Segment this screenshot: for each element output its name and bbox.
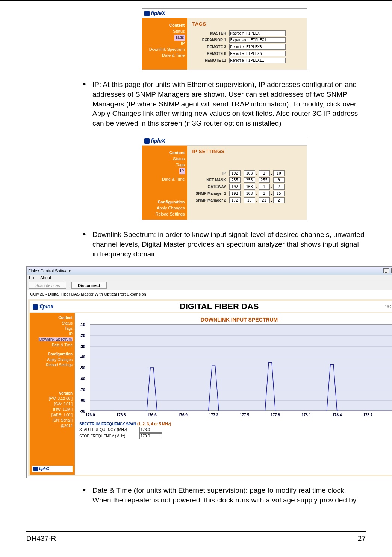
- ip-octet-input[interactable]: [273, 184, 285, 190]
- tags-row-label: REMOTE 3: [192, 45, 226, 49]
- menu-about[interactable]: About: [40, 275, 51, 280]
- sidebar-configuration[interactable]: Configuration: [144, 199, 185, 205]
- dot: .: [242, 198, 243, 202]
- tags-row-label: EXPANSOR 1: [192, 38, 226, 42]
- sidebar-content[interactable]: Content: [144, 150, 185, 156]
- window-minimize[interactable]: _: [383, 268, 389, 273]
- ip-octet-input[interactable]: [229, 170, 241, 176]
- ip-octet-input[interactable]: [259, 197, 270, 203]
- brand-row: fipleX: [142, 9, 307, 18]
- sidebar-ip[interactable]: IP: [144, 41, 185, 47]
- ip-octet-input[interactable]: [273, 197, 285, 203]
- ip-octet-input[interactable]: [259, 184, 270, 190]
- sidebar-date-time[interactable]: Date & Time: [52, 343, 73, 347]
- ip-octet-input[interactable]: [244, 191, 255, 196]
- sidebar-content[interactable]: Content: [144, 23, 185, 29]
- ip-octet-input[interactable]: [244, 197, 255, 203]
- sidebar-status[interactable]: Status: [144, 156, 185, 162]
- sidebar-status[interactable]: Status: [144, 29, 185, 35]
- dot: .: [271, 171, 272, 175]
- chart-ytick: -20: [80, 333, 85, 337]
- brand-icon: [33, 467, 38, 471]
- ip-octet-input[interactable]: [244, 177, 255, 183]
- sidebar-content[interactable]: Content: [58, 316, 73, 320]
- dot: .: [271, 184, 272, 189]
- ip-row-label: SNMP Manager 1: [192, 191, 226, 196]
- ip-octet-input[interactable]: [259, 170, 270, 176]
- start-freq-input[interactable]: [139, 427, 162, 433]
- chart-ytick: -10: [80, 323, 85, 327]
- sidebar-date-time[interactable]: Date & Time: [144, 53, 185, 59]
- sidebar-apply[interactable]: Apply Changes: [47, 358, 73, 362]
- ip-octet-input[interactable]: [229, 184, 241, 190]
- sidebar-ip[interactable]: IP: [69, 332, 73, 336]
- tags-row-input[interactable]: [229, 44, 286, 50]
- ip-row-label: NET MASK: [192, 178, 226, 182]
- paragraph-spectrum: Downlink Spectrum: in order to know inpu…: [83, 230, 366, 259]
- spectrum-window: Fiplex Control Software _ □ x File About…: [26, 266, 392, 478]
- brand-text: fipleX: [39, 467, 49, 471]
- sidebar-reload[interactable]: Reload Settings: [144, 211, 185, 217]
- tags-row-label: MASTER: [192, 31, 226, 35]
- disconnect-button[interactable]: Disconnect: [71, 282, 106, 289]
- brand-row: fipleX: [142, 136, 307, 146]
- chart-xtick: 177.8: [271, 413, 280, 417]
- window-title: Fiplex Control Software: [28, 269, 71, 273]
- dot: .: [271, 198, 272, 202]
- menu-file[interactable]: File: [29, 275, 36, 280]
- sidebar-downlink-spectrum[interactable]: Downlink Spectrum: [144, 47, 185, 53]
- ip-octet-input[interactable]: [259, 191, 270, 196]
- sidebar-tags[interactable]: Tags: [174, 35, 185, 41]
- ip-octet-input[interactable]: [244, 184, 255, 190]
- dot: .: [242, 184, 243, 189]
- sidebar-tags[interactable]: Tags: [65, 326, 73, 331]
- tags-row-input[interactable]: [229, 58, 286, 63]
- dot: .: [256, 191, 257, 196]
- chart-xtick: 178.1: [301, 413, 311, 417]
- ip-octet-input[interactable]: [273, 191, 285, 196]
- tags-row-input[interactable]: [229, 37, 286, 43]
- chart-ytick: -60: [80, 376, 85, 381]
- sidebar-downlink-spectrum[interactable]: Downlink Spectrum: [39, 337, 73, 341]
- ip-octet-input[interactable]: [273, 177, 285, 183]
- dot: .: [256, 184, 257, 189]
- paragraph-date-time: Date & Time (for units with Ethernet sup…: [83, 486, 366, 505]
- tags-row-label: REMOTE 6: [192, 52, 226, 56]
- brand-icon: [144, 11, 150, 16]
- sidebar-status[interactable]: Status: [62, 321, 73, 325]
- sidebar-ip[interactable]: IP: [179, 168, 185, 174]
- spectrum-title: DOWNLINK INPUT SPECTRUM: [77, 317, 392, 323]
- ip-octet-input[interactable]: [273, 170, 285, 176]
- dot: .: [256, 171, 257, 175]
- ip-octet-input[interactable]: [229, 177, 241, 183]
- dot: .: [256, 178, 257, 182]
- dot: .: [271, 178, 272, 182]
- chart-xtick: 176.6: [147, 413, 157, 417]
- brand-text: fipleX: [39, 304, 54, 310]
- tags-title: TAGS: [192, 21, 303, 27]
- scan-devices-button[interactable]: Scan devices: [29, 282, 66, 289]
- sidebar-configuration[interactable]: Configuration: [48, 352, 73, 356]
- sidebar-reload[interactable]: Reload Settings: [46, 363, 73, 367]
- brand-text: fipleX: [151, 10, 165, 16]
- ver-fw: [FW: 3.12-00 ]: [49, 396, 73, 401]
- ip-row-label: GATEWAY: [192, 185, 226, 189]
- sidebar-date-time[interactable]: Date & Time: [144, 176, 185, 182]
- dot: .: [242, 178, 243, 182]
- ip-octet-input[interactable]: [229, 197, 241, 203]
- spectrum-chart: -10-20-30-40-50-60-70-80-90176.0176.3176…: [90, 324, 392, 411]
- tags-row-input[interactable]: [229, 51, 286, 56]
- ver-sw: [SW: 2.01 ]: [54, 402, 73, 406]
- sidebar-apply[interactable]: Apply Changes: [144, 205, 185, 211]
- chart-xtick: 178.7: [363, 413, 372, 417]
- stop-freq-input[interactable]: [139, 433, 162, 439]
- ip-octet-input[interactable]: [229, 191, 241, 196]
- ip-octet-input[interactable]: [244, 170, 255, 176]
- device-select[interactable]: [29, 291, 392, 297]
- tags-row-label: REMOTE 11: [192, 58, 226, 62]
- ver-sn: [SN: Serial ]: [53, 418, 73, 422]
- ip-octet-input[interactable]: [259, 177, 270, 183]
- tags-row-input[interactable]: [229, 30, 286, 36]
- chart-ytick: -80: [80, 398, 85, 402]
- sidebar-tags[interactable]: Tags: [144, 162, 185, 168]
